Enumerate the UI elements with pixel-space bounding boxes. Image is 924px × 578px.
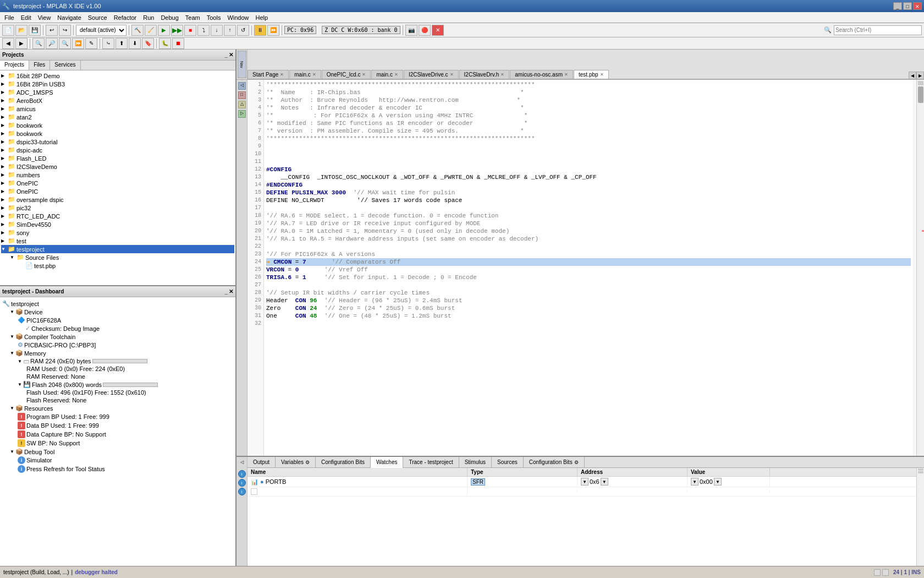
tab-projects[interactable]: Projects [0,61,29,70]
dashboard-close[interactable]: ✕ [229,288,233,295]
menu-tools[interactable]: Tools [204,13,224,22]
tab-close-4[interactable]: ✕ [450,72,454,77]
project-item-23[interactable]: 📄test.pbp [1,261,234,270]
project-item-11[interactable]: ▶📁I2CSlaveDemo [1,162,234,171]
ed-next-bookmark[interactable]: ⬇ [129,38,141,49]
menu-help[interactable]: Help [252,13,272,22]
dash-item-8[interactable]: RAM Used: 0 (0x0) Free: 224 (0xE0) [2,365,233,373]
step-over-button[interactable]: ⤵ [197,25,210,36]
save-button[interactable]: 💾 [29,25,41,36]
project-item-3[interactable]: ▶📁AeroBotX [1,96,234,105]
animate-button[interactable]: ⏩ [267,25,279,36]
menu-view[interactable]: View [35,13,54,22]
watch-name-1[interactable] [248,487,468,496]
minimize-button[interactable]: _ [893,2,902,10]
project-item-1[interactable]: ▶📁16Bit 28Pin USB3 [1,80,234,88]
ed-debug-button[interactable]: 🐛 [159,38,171,49]
project-item-0[interactable]: ▶📁16bit 28P Demo [1,72,234,80]
dash-item-3[interactable]: ✓Checksum: Debug Image [2,324,233,332]
val-input-icon2-0[interactable]: ▼ [714,478,722,486]
val-input-icon-0[interactable]: ▼ [691,478,698,486]
clear-button[interactable]: ✕ [432,25,444,36]
project-item-6[interactable]: ▶📁bookwork [1,121,234,129]
ed-forward-button[interactable]: ▶ [15,38,28,49]
dash-item-17[interactable]: !SW BP: No Support [2,439,233,448]
watch-icon-1[interactable]: i [238,470,246,478]
dash-item-13[interactable]: ▼📦Resources [2,404,233,412]
menu-debug[interactable]: Debug [157,13,182,22]
menu-source[interactable]: Source [85,13,111,22]
menu-refactor[interactable]: Refactor [111,13,140,22]
maximize-button[interactable]: □ [903,2,912,10]
dashboard-minimize[interactable]: _ [224,288,228,295]
tab-close-7[interactable]: ✕ [600,72,604,77]
project-item-17[interactable]: ▶📁RTC_LED_ADC [1,212,234,220]
halt-button[interactable]: ⏸ [254,25,266,36]
ed-prev-bookmark[interactable]: ⬆ [116,38,128,49]
project-item-20[interactable]: ▶📁test [1,237,234,245]
stop-button[interactable]: ■ [184,25,196,36]
dash-item-2[interactable]: 🔷PIC16F628A [2,316,233,324]
tab-close-3[interactable]: ✕ [394,72,398,77]
bottom-tab-6[interactable]: Sources [492,457,524,468]
menu-file[interactable]: File [1,13,18,22]
dash-item-19[interactable]: iSimulator [2,456,233,465]
menu-navigate[interactable]: Navigate [54,13,84,22]
dash-item-4[interactable]: ▼📦Compiler Toolchain [2,332,233,341]
project-item-8[interactable]: ▶📁dspic33-tutorial [1,138,234,146]
editor-tab-7[interactable]: test.pbp✕ [574,70,609,79]
nav-icon-1[interactable]: ◁ [238,82,246,90]
watch-icon-3[interactable]: i [238,488,246,495]
bottom-tab-settings-1[interactable]: ⚙ [305,460,310,465]
menu-edit[interactable]: Edit [18,13,35,22]
redo-button[interactable]: ↪ [59,25,71,36]
editor-tab-2[interactable]: OnePIC_lcd.c✕ [322,70,371,79]
tab-prev-arrow[interactable]: ◀ [909,72,916,79]
nav-icon-4[interactable]: ▷ [238,110,246,118]
undo-button[interactable]: ↩ [46,25,58,36]
addr-input-icon-0[interactable]: ▼ [581,478,588,486]
editor-right-scrollbar[interactable] [916,80,924,456]
editor-tab-3[interactable]: main.c✕ [371,70,403,79]
addr-input-icon2-0[interactable]: ▼ [601,478,608,486]
dash-item-1[interactable]: ▼📦Device [2,308,233,316]
project-item-12[interactable]: ▶📁numbers [1,171,234,179]
editor-tab-4[interactable]: I2CSlaveDrive.c✕ [404,70,459,79]
breakpoint-button[interactable]: 🔴 [419,25,431,36]
tab-close-6[interactable]: ✕ [564,72,568,77]
project-item-10[interactable]: ▶📁Flash_LED [1,154,234,162]
project-item-14[interactable]: ▶📁OnePIC [1,187,234,195]
nav-icon-2[interactable]: □ [238,91,246,99]
project-item-21[interactable]: ▼📁testproject [1,245,234,253]
editor-tab-1[interactable]: main.c✕ [289,70,321,79]
project-item-13[interactable]: ▶📁OnePIC [1,179,234,187]
config-dropdown[interactable]: default (active) [76,25,127,36]
project-item-15[interactable]: ▶📁oversample dspic [1,195,234,204]
editor-tab-0[interactable]: Start Page✕ [248,70,289,79]
project-item-7[interactable]: ▶📁bookwork [1,129,234,138]
editor-tab-5[interactable]: I2CSlaveDrv.h✕ [459,70,510,79]
project-item-9[interactable]: ▶📁dspic-adc [1,146,234,154]
watch-icon-2[interactable]: i [238,479,246,487]
bottom-tab-5[interactable]: Stimulus [459,457,492,468]
ed-stop-btn[interactable]: ⏹ [172,38,184,49]
dash-item-9[interactable]: RAM Reserved: None [2,373,233,380]
build-button[interactable]: 🔨 [131,25,144,36]
project-item-19[interactable]: ▶📁sony [1,228,234,237]
menu-run[interactable]: Run [140,13,157,22]
step-into-button[interactable]: ↓ [211,25,223,36]
bottom-tab-1[interactable]: Variables⚙ [276,457,316,468]
ed-zoom-out[interactable]: 🔎 [46,38,58,49]
project-item-5[interactable]: ▶📁atan2 [1,113,234,121]
tab-services[interactable]: Services [50,61,80,70]
ed-zoom-in[interactable]: 🔍 [32,38,45,49]
dash-item-16[interactable]: !Data Capture BP: No Support [2,430,233,439]
ed-bookmark[interactable]: 🔖 [142,38,154,49]
project-item-16[interactable]: ▶📁pic32 [1,204,234,212]
bottom-tab-settings-7[interactable]: ⚙ [574,460,579,465]
projects-close[interactable]: ✕ [229,52,233,58]
tab-close-5[interactable]: ✕ [501,72,504,77]
project-item-18[interactable]: ▶📁SimDev4550 [1,220,234,228]
reset-button[interactable]: ↺ [237,25,249,36]
bottom-tab-4[interactable]: Trace - testproject [403,457,459,468]
